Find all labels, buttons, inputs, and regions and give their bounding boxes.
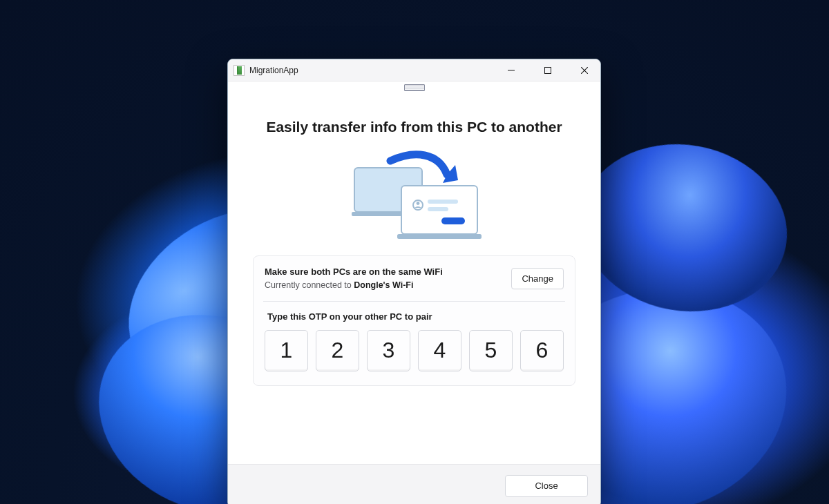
pc-to-pc-icon [342, 148, 487, 245]
svg-rect-8 [428, 207, 448, 211]
close-icon [581, 67, 588, 74]
otp-digit: 2 [316, 330, 359, 371]
maximize-button[interactable] [532, 59, 564, 81]
close-button[interactable]: Close [505, 475, 588, 497]
divider [263, 301, 565, 302]
wifi-ssid: Dongle's Wi-Fi [354, 280, 413, 290]
otp-heading: Type this OTP on your other PC to pair [265, 311, 564, 322]
wifi-heading: Make sure both PCs are on the same WiFi [265, 266, 503, 279]
pairing-card: Make sure both PCs are on the same WiFi … [253, 255, 575, 386]
otp-code-row: 1 2 3 4 5 6 [265, 330, 564, 371]
app-icon [234, 65, 245, 76]
svg-rect-7 [428, 200, 458, 204]
migration-app-window: MigrationApp Easily transfer info from t… [227, 59, 601, 504]
wifi-status-prefix: Currently connected to [265, 280, 354, 290]
wifi-row: Make sure both PCs are on the same WiFi … [265, 266, 564, 291]
svg-rect-4 [397, 234, 482, 239]
minimize-button[interactable] [495, 59, 527, 81]
svg-point-6 [416, 202, 419, 205]
window-title: MigrationApp [249, 66, 298, 75]
transfer-illustration [253, 145, 575, 249]
minimize-icon [508, 67, 515, 74]
page-title: Easily transfer info from this PC to ano… [253, 119, 575, 135]
titlebar[interactable]: MigrationApp [228, 59, 600, 81]
otp-digit: 3 [367, 330, 410, 371]
maximize-icon [544, 67, 551, 74]
drag-handle-icon[interactable] [404, 84, 425, 91]
window-close-button[interactable] [569, 59, 600, 81]
otp-digit: 6 [520, 330, 564, 371]
change-wifi-button[interactable]: Change [511, 268, 564, 289]
window-body: Easily transfer info from this PC to ano… [228, 81, 600, 464]
wifi-status: Currently connected to Dongle's Wi-Fi [265, 279, 503, 291]
otp-digit: 4 [418, 330, 461, 371]
svg-rect-0 [545, 67, 551, 73]
svg-rect-9 [441, 217, 465, 224]
wallpaper-petal [567, 128, 800, 327]
window-footer: Close [228, 464, 600, 504]
otp-digit: 1 [265, 330, 308, 371]
otp-digit: 5 [469, 330, 513, 371]
